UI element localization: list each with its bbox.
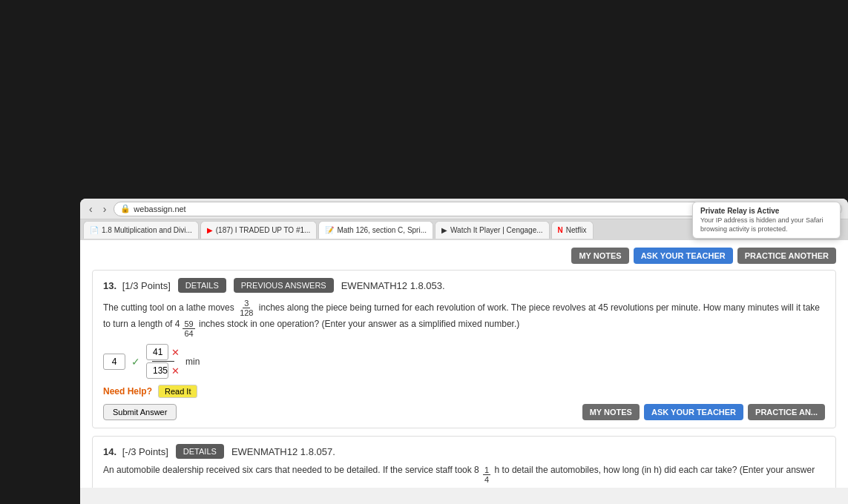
prev-answers-button-13[interactable]: PREVIOUS ANSWERS [234, 278, 334, 293]
submit-row: Submit Answer MY NOTES ASK YOUR TEACHER … [103, 404, 825, 420]
tab-3[interactable]: 📝 Math 126, section C, Spri... [318, 221, 433, 239]
answer-num-box[interactable]: 41 [146, 344, 168, 360]
my-notes-button-top[interactable]: MY NOTES [571, 248, 628, 264]
tab4-label: Watch It Player | Cengage... [450, 226, 543, 234]
problem-14-number: 14. [-/3 Points] [103, 446, 168, 457]
nav-back-button[interactable]: ‹ [86, 202, 96, 216]
tab1-favicon: 📄 [90, 226, 99, 234]
problem-13-number: 13. [1/3 Points] [103, 280, 171, 291]
my-notes-button-bottom[interactable]: MY NOTES [582, 404, 640, 420]
private-relay-body: Your IP address is hidden and your Safar… [700, 216, 832, 233]
tab-2[interactable]: ▶ (187) I TRADED UP TO #1... [200, 221, 318, 239]
problem-13-section: 13. [1/3 Points] DETAILS PREVIOUS ANSWER… [92, 270, 836, 428]
action-bar-bottom: MY NOTES ASK YOUR TEACHER PRACTICE AN... [582, 404, 825, 420]
submit-button[interactable]: Submit Answer [103, 404, 177, 420]
browser-window: Private Relay is Active Your IP address … [80, 199, 848, 504]
unit-label: min [185, 357, 200, 367]
check-mark-icon: ✓ [131, 356, 140, 368]
tab-4[interactable]: ▶ Watch It Player | Cengage... [435, 221, 550, 239]
tab2-label: (187) I TRADED UP TO #1... [216, 226, 311, 234]
lock-icon: 🔒 [120, 204, 131, 213]
problem-13-header: 13. [1/3 Points] DETAILS PREVIOUS ANSWER… [103, 278, 825, 293]
answer-whole-box[interactable]: 4 [103, 354, 125, 370]
fraction-answer: 41 ✕ 135 ✕ [146, 344, 180, 379]
problem-13-text: The cutting tool on a lathe moves 3 128 … [103, 299, 825, 338]
tab3-favicon: 📝 [325, 226, 334, 234]
details-button-14[interactable]: DETAILS [176, 444, 224, 459]
private-relay-popup: Private Relay is Active Your IP address … [692, 202, 841, 239]
tab3-label: Math 126, section C, Spri... [337, 226, 427, 234]
problem-14-code: EWENMATH12 1.8.057. [231, 446, 335, 457]
problem-14-text: An automobile dealership received six ca… [103, 463, 825, 488]
private-relay-title: Private Relay is Active [700, 207, 832, 215]
practice-another-button-top[interactable]: PRACTICE ANOTHER [737, 248, 836, 264]
answer-row-13: 4 ✓ 41 ✕ 135 ✕ [103, 344, 825, 379]
address-text: webassign.net [134, 205, 185, 213]
tab-5[interactable]: N Netflix [551, 221, 594, 239]
ask-teacher-button-bottom[interactable]: ASK YOUR TEACHER [644, 404, 743, 420]
answer-den-box[interactable]: 135 [146, 362, 168, 379]
need-help-text: Need Help? [103, 386, 152, 397]
fraction-line [152, 361, 174, 362]
cross-mark-icon-top: ✕ [171, 347, 180, 358]
tab5-label: Netflix [566, 226, 587, 234]
details-button-13[interactable]: DETAILS [178, 278, 226, 293]
problem-13-code: EWENMATH12 1.8.053. [341, 280, 445, 291]
main-content: MY NOTES ASK YOUR TEACHER PRACTICE ANOTH… [80, 240, 848, 488]
nav-forward-button[interactable]: › [100, 202, 110, 216]
tab5-favicon: N [558, 226, 563, 234]
read-it-button[interactable]: Read It [158, 385, 197, 398]
ask-teacher-button-top[interactable]: ASK YOUR TEACHER [634, 248, 733, 264]
tab-1[interactable]: 📄 1.8 Multiplication and Divi... [83, 221, 199, 239]
cross-mark-icon-bottom: ✕ [171, 365, 180, 377]
problem-14-section: 14. [-/3 Points] DETAILS EWENMATH12 1.8.… [92, 436, 836, 488]
problem-13-mixed: 4 59 64 [175, 317, 197, 338]
problem-13-fraction: 3 128 [238, 299, 254, 317]
problem-14-header: 14. [-/3 Points] DETAILS EWENMATH12 1.8.… [103, 444, 825, 459]
action-bar-top: MY NOTES ASK YOUR TEACHER PRACTICE ANOTH… [92, 248, 836, 264]
tab1-label: 1.8 Multiplication and Divi... [102, 226, 192, 234]
tab4-favicon: ▶ [441, 226, 447, 234]
practice-another-button-bottom[interactable]: PRACTICE AN... [748, 404, 825, 420]
tab2-favicon: ▶ [207, 226, 213, 234]
need-help-section: Need Help? Read It [103, 385, 825, 398]
